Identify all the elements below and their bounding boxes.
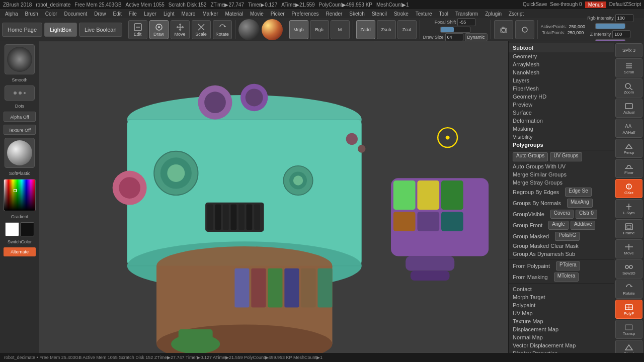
panel-fibermesh[interactable]: FiberMesh (509, 84, 614, 93)
icon-rotate[interactable]: Rotate (615, 280, 642, 299)
auto-groups-btn[interactable]: Auto Groups (513, 152, 548, 161)
panel-merge-similar[interactable]: Merge Similar Groups (509, 170, 614, 178)
draw-button[interactable]: Draw (149, 20, 169, 39)
panel-geometry[interactable]: Geometry (509, 52, 614, 60)
rgb-intensity-slider[interactable] (595, 23, 625, 29)
icon-actual[interactable]: Actual (615, 99, 642, 118)
panel-visibility[interactable]: Visibility (509, 133, 614, 141)
menu-item-preferences[interactable]: Preferences (289, 11, 322, 17)
z-intensity-value[interactable]: 100 (612, 30, 630, 38)
panel-deformation[interactable]: Deformation (509, 117, 614, 125)
group-visible-label[interactable]: GroupVisible (513, 210, 548, 218)
additive-btn[interactable]: Additive (571, 221, 596, 230)
icon-lsym[interactable]: L.Sym (615, 199, 642, 218)
polishg-btn[interactable]: PolishG (555, 232, 580, 241)
panel-group-dynamesh[interactable]: Group As Dynamesh Sub (509, 250, 614, 258)
clstr-btn[interactable]: Clstr 0 (576, 210, 597, 219)
icon-aahalf[interactable]: AA AAHalf (615, 119, 642, 138)
texture-btn[interactable]: Texture Off (4, 125, 36, 135)
panel-morph-target[interactable]: Morph Target (509, 293, 614, 301)
icon-frame[interactable]: Frame (615, 219, 642, 238)
menu-item-zscript[interactable]: Zscript (506, 11, 527, 17)
panel-auto-groups-uv[interactable]: Auto Groups With UV (509, 162, 614, 170)
panel-vector-displacement[interactable]: Vector Displacement Map (509, 341, 614, 349)
menu-item-edit[interactable]: Edit (110, 11, 125, 17)
icon-move[interactable]: Move (615, 239, 642, 258)
menu-item-light[interactable]: Light (160, 11, 178, 17)
menu-item-stroke[interactable]: Stroke (391, 11, 412, 17)
menu-item-picker[interactable]: Picker (268, 11, 288, 17)
icon-spix[interactable]: SPix 3 (615, 43, 642, 57)
icon-zoom[interactable]: Zoom (615, 78, 642, 98)
icon-gxrz[interactable]: GXrz (615, 179, 642, 198)
color-picker[interactable] (4, 179, 36, 211)
regroup-edges-label[interactable]: Regroup By Edges (513, 188, 563, 196)
panel-group-masked-clear[interactable]: Group Masked Clear Mask (509, 242, 614, 250)
icon-polyf[interactable]: PolyF (615, 300, 642, 319)
menu-item-alpha[interactable]: Alpha (2, 11, 21, 17)
icon-transp[interactable]: Transp (615, 320, 642, 339)
panel-displacement-map[interactable]: Displacement Map (509, 325, 614, 333)
swatch-black[interactable] (20, 222, 34, 236)
move-button[interactable]: Move (171, 20, 190, 39)
group-front-label[interactable]: Group Front (513, 221, 546, 229)
draw-size-value[interactable]: 64 (445, 33, 463, 41)
camera-btn[interactable] (494, 20, 513, 39)
brush-preview[interactable] (5, 44, 35, 74)
panel-layers[interactable]: Layers (509, 76, 614, 84)
menu-item-marker[interactable]: Marker (199, 11, 221, 17)
rotate-button[interactable]: Rotate (213, 20, 232, 39)
edit-button[interactable]: Edit (128, 20, 147, 39)
rgb-btn[interactable]: Rgb (310, 20, 329, 39)
groups-normals-label[interactable]: Groups By Normals (513, 199, 565, 207)
menu-item-zplugin[interactable]: Zplugin (482, 11, 505, 17)
subtool-header[interactable]: Subtool (509, 43, 614, 52)
menus-btn[interactable]: Menus (585, 2, 606, 8)
menu-item-texture[interactable]: Texture (413, 11, 435, 17)
menu-item-sketch[interactable]: Sketch (346, 11, 368, 17)
zadd-btn[interactable]: Zadd (356, 20, 375, 39)
menu-item-macro[interactable]: Macro (179, 11, 199, 17)
menu-item-render[interactable]: Render (323, 11, 346, 17)
menu-item-material[interactable]: Material (222, 11, 247, 17)
m-btn[interactable]: M (331, 20, 350, 39)
edge-se-btn[interactable]: Edge Se (565, 188, 591, 197)
menu-item-draw[interactable]: Draw (91, 11, 109, 17)
scale-button[interactable]: Scale (192, 20, 211, 39)
panel-polypaint[interactable]: Polypaint (509, 301, 614, 309)
mrgb-btn[interactable]: Mrgb (289, 20, 308, 39)
menu-item-layer[interactable]: Layer (141, 11, 159, 17)
panel-uv-map[interactable]: UV Map (509, 309, 614, 317)
panel-surface[interactable]: Surface (509, 109, 614, 117)
uv-groups-btn[interactable]: UV Groups (550, 152, 582, 161)
menu-item-stencil[interactable]: Stencil (369, 11, 390, 17)
menu-item-color[interactable]: Color (42, 11, 60, 17)
material-ball[interactable] (238, 19, 260, 40)
max-ang-btn[interactable]: MaxAng (567, 199, 593, 208)
panel-nanomesh[interactable]: NanoMesh (509, 68, 614, 76)
panel-normal-map[interactable]: Normal Map (509, 333, 614, 341)
rgb-intensity-value[interactable]: 100 (615, 14, 633, 22)
see-through[interactable]: See-through 0 (550, 2, 582, 8)
menu-item-brush[interactable]: Brush (22, 11, 41, 17)
panel-contact[interactable]: Contact (509, 285, 614, 293)
swatch-white[interactable] (5, 222, 19, 236)
panel-preview[interactable]: Preview (509, 101, 614, 109)
quicksave-btn[interactable]: QuickSave (523, 2, 547, 8)
mtolera-btn[interactable]: MTolera (554, 273, 579, 282)
menu-item-transform[interactable]: Transform (452, 11, 481, 17)
dynamic-btn[interactable]: Dynamic (465, 33, 488, 41)
tab-lightbox[interactable]: LightBox (44, 23, 77, 37)
icon-floor[interactable]: Floor (615, 159, 642, 178)
from-masking-label[interactable]: From Masking (513, 273, 552, 281)
covera-btn[interactable]: Covera (550, 210, 574, 219)
icon-persp[interactable]: Persp (615, 139, 642, 158)
panel-arraymesh[interactable]: ArrayMesh (509, 60, 614, 68)
from-polypaint-label[interactable]: From Polypaint (513, 262, 554, 270)
menu-item-file[interactable]: File (126, 11, 140, 17)
tab-home-page[interactable]: Home Page (2, 23, 42, 37)
menu-item-document[interactable]: Document (61, 11, 91, 17)
canvas-area[interactable] (39, 41, 508, 353)
ptolera-btn[interactable]: PTolera (556, 261, 580, 270)
icon-scroll[interactable]: Scroll (615, 58, 642, 77)
